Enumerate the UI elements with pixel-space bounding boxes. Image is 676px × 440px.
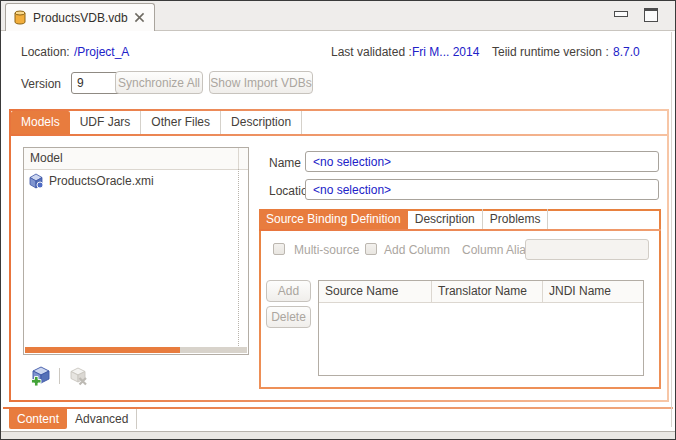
last-validated-value: Fri M... 2014 xyxy=(412,45,479,59)
last-validated-label: Last validated : xyxy=(331,45,412,59)
page-tab-bar: Content Advanced xyxy=(9,409,137,429)
model-column-header-label: Model xyxy=(30,151,63,165)
horizontal-scrollbar[interactable] xyxy=(25,347,247,353)
editor-right-edge xyxy=(671,32,672,427)
toolbar-separator xyxy=(59,368,60,384)
multi-source-label: Multi-source xyxy=(294,243,359,257)
editor-tab-productsvdb[interactable]: ProductsVDB.vdb xyxy=(5,3,155,31)
delete-button[interactable]: Delete xyxy=(266,306,311,328)
translator-name-header: Translator Name xyxy=(432,281,543,302)
model-column-header: Model xyxy=(24,148,248,170)
remove-model-icon xyxy=(67,365,89,387)
source-name-header: Source Name xyxy=(319,281,432,302)
content-tab-bar: Models UDF Jars Other Files Description xyxy=(11,111,302,134)
editor-tab-title: ProductsVDB.vdb xyxy=(33,11,128,25)
column-alias-label: Column Alias xyxy=(462,243,532,257)
show-import-vdbs-button[interactable]: Show Import VDBs xyxy=(209,71,313,94)
column-divider xyxy=(238,148,239,169)
add-column-checkbox[interactable] xyxy=(365,243,377,255)
version-input[interactable] xyxy=(71,72,121,94)
column-alias-input[interactable] xyxy=(525,239,649,260)
tab-source-binding-definition[interactable]: Source Binding Definition xyxy=(259,209,408,229)
scrollbar-thumb[interactable] xyxy=(25,347,180,353)
name-label: Name xyxy=(269,156,301,170)
location-value: /Project_A xyxy=(74,45,129,59)
editor-tab-strip: ProductsVDB.vdb xyxy=(1,1,675,31)
model-location-field[interactable]: <no selection> xyxy=(305,179,659,200)
add-model-icon xyxy=(29,365,51,387)
name-field[interactable]: <no selection> xyxy=(305,151,659,172)
column-divider-dotted xyxy=(238,169,239,346)
tab-description[interactable]: Description xyxy=(221,111,302,134)
maximize-icon[interactable] xyxy=(644,8,658,22)
tab-description-inner[interactable]: Description xyxy=(408,209,483,229)
page-tab-content[interactable]: Content xyxy=(9,409,67,429)
synchronize-all-button[interactable]: Synchronize All xyxy=(115,71,203,94)
source-binding-tab-separator xyxy=(259,229,661,231)
runtime-version-value: 8.7.0 xyxy=(613,45,640,59)
sources-table: Source Name Translator Name JNDI Name xyxy=(318,280,644,376)
jndi-name-header: JNDI Name xyxy=(543,281,643,302)
vdb-editor-window: ProductsVDB.vdb Location: /Project_A Las… xyxy=(0,0,676,440)
remove-model-button[interactable] xyxy=(67,365,89,387)
close-icon[interactable] xyxy=(134,12,145,23)
add-button[interactable]: Add xyxy=(266,280,311,302)
bottom-strip xyxy=(1,431,675,440)
version-label: Version xyxy=(21,77,61,91)
multi-source-checkbox[interactable] xyxy=(273,243,285,255)
model-cube-icon xyxy=(28,173,44,189)
runtime-version-label: Teiid runtime version : xyxy=(492,45,609,59)
source-binding-tab-bar: Source Binding Definition Description Pr… xyxy=(259,209,548,229)
add-model-button[interactable] xyxy=(29,365,51,387)
vdb-database-icon xyxy=(13,10,27,25)
sources-table-header: Source Name Translator Name JNDI Name xyxy=(319,281,643,303)
tab-problems[interactable]: Problems xyxy=(483,209,549,229)
models-table: Model ProductsOracle.xmi xyxy=(23,147,249,355)
location-label: Location: xyxy=(21,45,70,59)
model-row-label: ProductsOracle.xmi xyxy=(49,174,154,188)
page-tab-advanced[interactable]: Advanced xyxy=(67,409,137,429)
tab-separator-line xyxy=(11,134,667,136)
table-row[interactable]: ProductsOracle.xmi xyxy=(24,170,248,192)
tab-other-files[interactable]: Other Files xyxy=(141,111,221,134)
tab-udf-jars[interactable]: UDF Jars xyxy=(70,111,142,134)
add-column-label: Add Column xyxy=(384,243,450,257)
minimize-icon[interactable] xyxy=(614,11,628,17)
tab-models[interactable]: Models xyxy=(11,111,70,134)
